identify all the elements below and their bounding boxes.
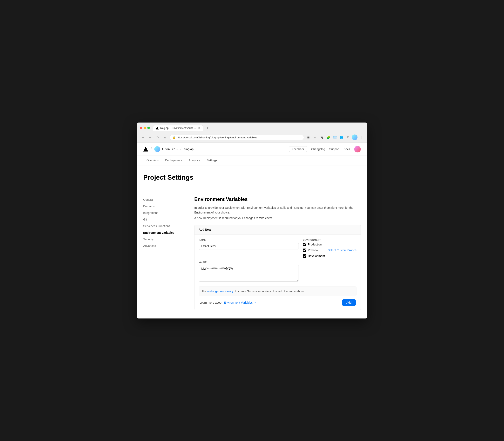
active-tab[interactable]: blog-api – Environment Variab… ✕ xyxy=(153,125,203,131)
production-label: Production xyxy=(308,243,322,246)
learn-more: Learn more about Environment Variables → xyxy=(199,301,256,304)
development-checkbox[interactable] xyxy=(303,254,306,258)
production-checkbox-row: Production xyxy=(303,243,356,246)
header-right: Feedback Changelog Support Docs xyxy=(289,146,361,152)
forward-button[interactable]: → xyxy=(147,134,153,140)
vercel-logo[interactable] xyxy=(143,147,148,152)
extension-icon-3[interactable]: 📧 xyxy=(332,134,338,140)
secrets-note-text-1: It's xyxy=(202,290,206,293)
browser-window: blog-api – Environment Variab… ✕ + ← → ↻… xyxy=(137,123,367,318)
user-avatar-header[interactable] xyxy=(354,146,361,152)
page-body: General Domains Integrations Git Serverl… xyxy=(137,188,367,318)
main-content: Environment Variables In order to provid… xyxy=(194,196,361,310)
secrets-note-text-2: to create Secrets separately. Just add t… xyxy=(235,290,305,293)
browser-user-avatar[interactable] xyxy=(352,134,357,140)
page-title: Project Settings xyxy=(143,174,361,181)
tab-close-button[interactable]: ✕ xyxy=(198,127,200,129)
docs-link[interactable]: Docs xyxy=(343,147,350,151)
changelog-link[interactable]: Changelog xyxy=(311,147,325,151)
environment-label: ENVIRONMENT xyxy=(303,239,356,241)
header-left: / Austin Lee ⌄ / blog-api xyxy=(143,146,289,152)
new-tab-button[interactable]: + xyxy=(205,125,211,131)
tab-deployments[interactable]: Deployments xyxy=(162,156,185,165)
add-new-body: NAME ENVIRONMENT Production xyxy=(194,235,361,310)
home-button[interactable]: ⌂ xyxy=(162,134,168,140)
production-checkbox[interactable] xyxy=(303,243,306,246)
add-footer: Learn more about Environment Variables →… xyxy=(199,299,356,306)
sidebar-item-domains[interactable]: Domains xyxy=(143,203,184,210)
sidebar-item-integrations[interactable]: Integrations xyxy=(143,210,184,216)
sidebar-item-git[interactable]: Git xyxy=(143,216,184,223)
development-checkbox-row: Development xyxy=(303,254,356,258)
environment-col: ENVIRONMENT Production Previ xyxy=(303,239,356,258)
learn-more-link[interactable]: Environment Variables → xyxy=(224,301,256,304)
section-title: Environment Variables xyxy=(194,196,361,202)
add-new-card: Add New NAME ENVIRONMENT xyxy=(194,225,361,310)
preview-checkbox-row: Preview Select Custom Branch xyxy=(303,249,356,252)
tab-analytics[interactable]: Analytics xyxy=(185,156,203,165)
add-button[interactable]: Add xyxy=(342,299,356,306)
add-new-header: Add New xyxy=(194,225,361,235)
nav-tabs: Overview Deployments Analytics Settings xyxy=(137,156,367,165)
browser-toolbar-right: ⊞ ☆ 🔌 🧩 📧 🌐 ⚙ ⋮ xyxy=(306,134,364,140)
tab-favicon xyxy=(156,127,159,129)
extensions-button[interactable]: ⚙ xyxy=(345,134,351,140)
page-header: Project Settings xyxy=(137,165,367,188)
bookmark-icon[interactable]: ☆ xyxy=(312,134,318,140)
value-right-spacer xyxy=(303,261,356,282)
translate-icon[interactable]: ⊞ xyxy=(306,134,311,140)
page-container: Project Settings General Domains Integra… xyxy=(137,165,367,318)
feedback-button[interactable]: Feedback xyxy=(289,146,307,152)
refresh-button[interactable]: ↻ xyxy=(155,134,161,140)
minimize-traffic-light[interactable] xyxy=(144,127,146,129)
app-content: / Austin Lee ⌄ / blog-api Feedback Chang… xyxy=(137,142,367,318)
add-new-label: Add New xyxy=(199,228,211,231)
back-button[interactable]: ← xyxy=(140,134,146,140)
menu-button[interactable]: ⋮ xyxy=(358,134,364,140)
user-name[interactable]: Austin Lee ⌄ xyxy=(162,147,178,151)
chevron-down-icon: ⌄ xyxy=(176,148,178,150)
lock-icon: 🔒 xyxy=(173,136,176,139)
preview-checkbox[interactable] xyxy=(303,249,306,252)
breadcrumb-separator-1: / xyxy=(151,147,152,151)
tab-title: blog-api – Environment Variab… xyxy=(160,127,196,129)
nav-bar: ← → ↻ ⌂ 🔒 https://vercel.com/lizheming/b… xyxy=(140,133,364,142)
select-custom-branch-link[interactable]: Select Custom Branch xyxy=(328,249,356,252)
user-avatar xyxy=(154,146,160,152)
extension-icon-2[interactable]: 🧩 xyxy=(325,134,331,140)
name-input[interactable] xyxy=(199,243,299,250)
preview-label: Preview xyxy=(308,249,318,252)
sidebar-item-serverless-functions[interactable]: Serverless Functions xyxy=(143,223,184,229)
traffic-lights xyxy=(140,127,150,129)
close-traffic-light[interactable] xyxy=(140,127,142,129)
sidebar: General Domains Integrations Git Serverl… xyxy=(143,196,184,310)
learn-more-text: Learn more about xyxy=(199,301,222,304)
extension-icon-4[interactable]: 🌐 xyxy=(339,134,344,140)
tab-overview[interactable]: Overview xyxy=(143,156,162,165)
url-text: https://vercel.com/lizheming/blog-api/se… xyxy=(177,136,257,139)
section-note: A new Deployment is required for your ch… xyxy=(194,216,361,220)
name-label: NAME xyxy=(199,239,299,241)
sidebar-item-general[interactable]: General xyxy=(143,196,184,203)
project-name[interactable]: blog-api xyxy=(184,147,194,151)
secrets-link[interactable]: no longer necessary xyxy=(207,290,233,293)
sidebar-item-advanced[interactable]: Advanced xyxy=(143,243,184,249)
app-header: / Austin Lee ⌄ / blog-api Feedback Chang… xyxy=(137,142,367,156)
breadcrumb-separator-2: / xyxy=(180,147,181,151)
sidebar-item-security[interactable]: Security xyxy=(143,236,184,243)
env-checkboxes: Production Preview Select Custom Branch xyxy=(303,243,356,258)
maximize-traffic-light[interactable] xyxy=(147,127,150,129)
extension-icon-1[interactable]: 🔌 xyxy=(319,134,325,140)
secrets-note: It's no longer necessary to create Secre… xyxy=(199,286,356,296)
sidebar-item-environment-variables[interactable]: Environment Variables xyxy=(143,229,184,236)
title-bar: blog-api – Environment Variab… ✕ + xyxy=(140,125,364,131)
value-textarea[interactable]: MWf***************VfY2W xyxy=(199,265,299,282)
value-col: VALUE MWf***************VfY2W xyxy=(199,261,299,282)
section-description-1: In order to provide your Deployment with… xyxy=(194,205,361,215)
tab-settings[interactable]: Settings xyxy=(203,156,221,165)
value-label: VALUE xyxy=(199,261,299,263)
browser-chrome: blog-api – Environment Variab… ✕ + ← → ↻… xyxy=(137,123,367,142)
support-link[interactable]: Support xyxy=(329,147,339,151)
name-col: NAME xyxy=(199,239,299,258)
address-bar[interactable]: 🔒 https://vercel.com/lizheming/blog-api/… xyxy=(170,135,304,140)
